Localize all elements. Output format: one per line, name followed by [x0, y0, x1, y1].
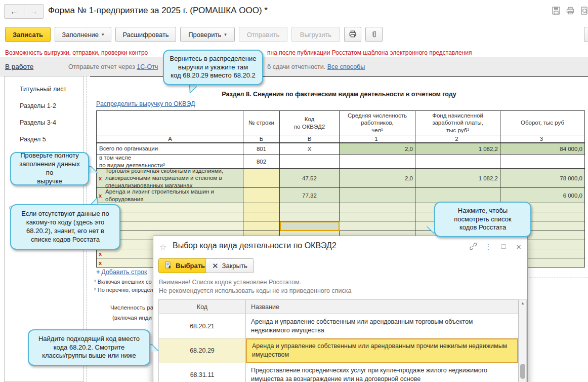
table-cell[interactable]: 801 [243, 143, 280, 155]
sidebar-item-section-5[interactable]: Раздел 5 [20, 136, 46, 143]
table-cell[interactable] [340, 188, 415, 203]
table-cell[interactable]: 1 082,2 [415, 143, 500, 155]
okved-code-cell[interactable]: 68.20.21 [159, 314, 246, 338]
table-cell[interactable] [340, 221, 415, 231]
okved-name-cell[interactable]: Предоставление посреднических услуг при … [246, 363, 518, 382]
sidebar-item-sections-1-2[interactable]: Разделы 1-2 [20, 102, 56, 109]
table-cell[interactable] [340, 203, 415, 212]
table-cell[interactable]: в том числе по видам деятельности² [97, 155, 243, 169]
table-cell[interactable] [340, 212, 415, 221]
col-header-code[interactable]: Код [159, 300, 246, 314]
add-row-link[interactable]: +Добавить строк [96, 269, 147, 276]
chevron-down-icon: ▾ [102, 32, 104, 37]
save-icon[interactable] [552, 6, 561, 15]
warning-text-right: пна после публикации Росстатом шаблона э… [267, 49, 472, 56]
close-button[interactable]: ✕ Закрыть [205, 258, 254, 273]
row-error-x-marker[interactable]: х [99, 260, 102, 266]
fill-menu-button[interactable]: Заполнение▾ [55, 27, 111, 42]
table-cell[interactable]: X [280, 143, 340, 155]
table-cell[interactable]: 77.32 [280, 188, 340, 203]
table-cell[interactable] [415, 155, 500, 169]
table-cell[interactable] [280, 212, 340, 221]
table-row: хАренда и лизинг строительных машин и об… [97, 188, 585, 203]
title-bar: ← → Форма № 1-предприятие за 2025 г. (РО… [0, 0, 588, 22]
table-cell[interactable]: 84 000,0 [500, 143, 585, 155]
distribute-revenue-link[interactable]: Распределить выручку по ОКВЭД [96, 100, 195, 107]
callout-check-revenue: Проверьте полноту заполнения данных по в… [10, 152, 89, 185]
row-error-x-marker[interactable]: х [99, 251, 102, 257]
table-cell[interactable]: 6 000,0 [500, 188, 585, 203]
table-cell[interactable]: Торговля розничная скобяными изделиями, … [97, 169, 243, 188]
kebab-menu-icon[interactable]: ⋮ [483, 242, 493, 251]
preview-icon[interactable] [580, 6, 588, 15]
select-button[interactable]: Выбрать [158, 258, 212, 273]
save-button[interactable]: Записать [5, 27, 51, 42]
scrollbar-thumb[interactable] [520, 364, 525, 379]
get-link-icon[interactable] [468, 242, 478, 252]
col-header-name[interactable]: Название [246, 300, 518, 314]
status-state-link[interactable]: В работе [5, 63, 33, 70]
scroll-up-icon[interactable]: ▲ [519, 301, 526, 305]
okved-code-cell[interactable]: 68.31.11 [159, 363, 246, 382]
dialog-title: Выбор кода вида деятельности по ОКВЭД2 [173, 241, 337, 250]
table-cell[interactable]: 2,0 [340, 143, 415, 155]
maximize-icon[interactable]: □ [498, 242, 509, 250]
sidebar-item-title-page[interactable]: Титульный лист [20, 86, 66, 93]
back-arrow-icon: ← [10, 7, 18, 16]
callout-return-to-distribution: Вернитесь в распределение выручки и укаж… [163, 50, 263, 85]
okved-row-highlighted[interactable]: 68.20.29Аренда и управление собственным … [159, 338, 518, 363]
close-icon[interactable]: × [514, 242, 524, 252]
table-cell[interactable] [280, 203, 340, 212]
header-turnover: Оборот, тыс руб [500, 111, 585, 135]
titlebar-icons [552, 6, 588, 15]
back-button[interactable]: ← [4, 4, 24, 19]
footnote-1: ¹ Включая внешних со [94, 279, 152, 285]
cut-text-workers: Численность ра [110, 304, 153, 311]
table-cell[interactable]: 1 082,2 [415, 169, 500, 188]
table-cell[interactable] [243, 169, 280, 188]
table-cell[interactable] [280, 155, 340, 169]
printer-icon [349, 30, 357, 40]
table-cell[interactable] [415, 188, 500, 203]
paperclip-icon [370, 30, 378, 40]
table-cell[interactable] [243, 221, 280, 231]
table-cell[interactable]: 2,0 [340, 169, 415, 188]
table-cell[interactable] [243, 188, 280, 203]
header-payroll-fund: Фонд начисленной заработной платы, тыс р… [415, 111, 500, 135]
table-cell[interactable]: Всего по организации [97, 143, 243, 155]
status-message-right: б сдачи отчетности. Все способы [267, 63, 365, 70]
table-cell[interactable] [243, 203, 280, 212]
forward-button[interactable]: → [24, 4, 44, 19]
row-error-x-marker[interactable]: х [99, 175, 102, 181]
table-row: Всего по организации801X2,01 082,284 000… [97, 143, 585, 155]
check-menu-button[interactable]: Проверить▾ [180, 27, 235, 42]
decrypt-button[interactable]: Расшифровать [115, 27, 176, 42]
okved-row[interactable]: 68.31.11Предоставление посреднических ус… [159, 363, 518, 382]
more-button-partial[interactable] [584, 27, 588, 42]
table-cell[interactable]: 47.52 [280, 169, 340, 188]
list-header-row: Код Название [159, 300, 518, 314]
header-line-no: № строки [243, 111, 280, 135]
print-icon[interactable] [566, 6, 575, 15]
page-break-dashed-line [529, 278, 588, 278]
table-cell[interactable]: 78 000,0 [500, 169, 585, 188]
selected-code-cell[interactable] [280, 221, 340, 231]
table-cell[interactable] [340, 155, 415, 169]
okved-name-cell[interactable]: Аренда и управление собственным или арен… [246, 314, 518, 338]
list-scrollbar[interactable]: ▲ [519, 299, 527, 382]
table-cell[interactable]: Аренда и лизинг строительных машин и обо… [97, 188, 243, 203]
okved-name-cell[interactable]: Аренда и управление собственным или арен… [246, 338, 518, 363]
table-cell[interactable] [243, 212, 280, 221]
section-title: Раздел 8. Сведения по фактическим видам … [202, 91, 476, 98]
row-error-x-marker[interactable]: х [99, 193, 102, 199]
okved-row[interactable]: 68.20.21Аренда и управление собственным … [159, 314, 518, 338]
favorite-star-icon[interactable]: ☆ [159, 242, 166, 252]
all-ways-link[interactable]: Все способы [327, 63, 365, 70]
sidebar-item-sections-3-4[interactable]: Разделы 3-4 [20, 119, 56, 126]
table-cell[interactable] [500, 155, 585, 169]
table-cell[interactable]: 802 [243, 155, 280, 169]
1c-reporting-link[interactable]: 1С-Отч [137, 63, 158, 70]
attach-button[interactable] [365, 27, 383, 42]
okved-code-cell[interactable]: 68.20.29 [159, 338, 246, 363]
print-toolbar-button[interactable] [344, 27, 361, 42]
